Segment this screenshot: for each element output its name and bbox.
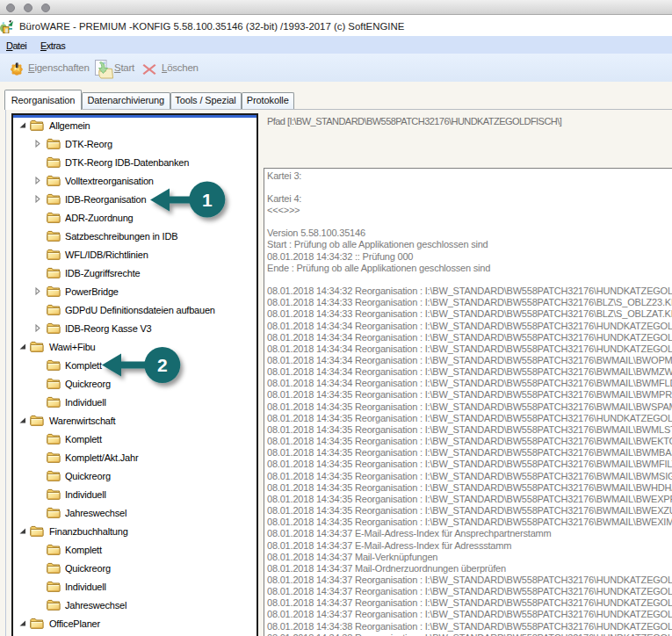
svg-text:1: 1 (202, 190, 213, 210)
svg-text:2: 2 (157, 355, 168, 375)
